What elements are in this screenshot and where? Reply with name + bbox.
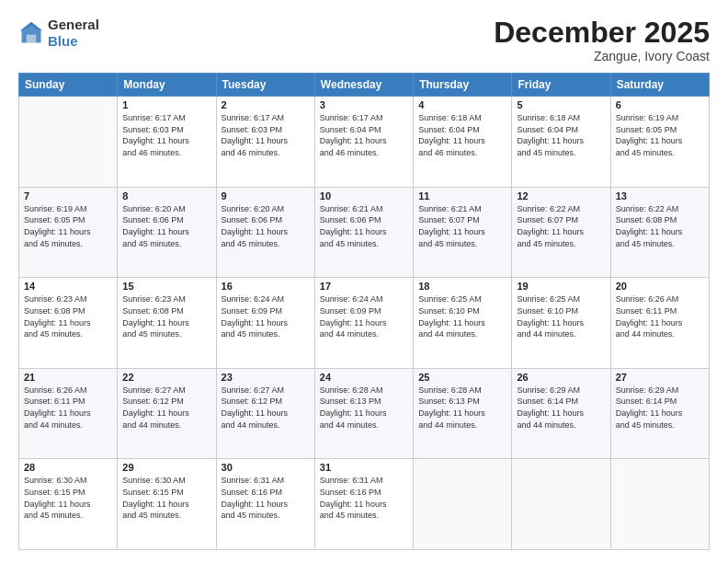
calendar-cell: 16Sunrise: 6:24 AM Sunset: 6:09 PM Dayli… xyxy=(216,278,314,369)
day-info: Sunrise: 6:26 AM Sunset: 6:11 PM Dayligh… xyxy=(616,293,704,339)
day-number: 18 xyxy=(418,281,506,292)
calendar-cell: 1Sunrise: 6:17 AM Sunset: 6:03 PM Daylig… xyxy=(118,97,216,188)
day-number: 26 xyxy=(517,372,605,383)
calendar-cell: 22Sunrise: 6:27 AM Sunset: 6:12 PM Dayli… xyxy=(118,368,216,459)
week-row-3: 14Sunrise: 6:23 AM Sunset: 6:08 PM Dayli… xyxy=(19,278,710,369)
col-header-wednesday: Wednesday xyxy=(314,74,413,97)
day-number: 2 xyxy=(222,99,310,110)
day-info: Sunrise: 6:21 AM Sunset: 6:07 PM Dayligh… xyxy=(418,203,506,249)
col-header-sunday: Sunday xyxy=(19,74,118,97)
day-info: Sunrise: 6:17 AM Sunset: 6:03 PM Dayligh… xyxy=(122,112,210,158)
day-number: 17 xyxy=(320,281,408,292)
page: General Blue December 2025 Zangue, Ivory… xyxy=(0,0,728,563)
day-number: 6 xyxy=(616,99,704,110)
day-number: 19 xyxy=(517,281,605,292)
calendar-cell: 21Sunrise: 6:26 AM Sunset: 6:11 PM Dayli… xyxy=(19,368,118,459)
calendar-cell: 6Sunrise: 6:19 AM Sunset: 6:05 PM Daylig… xyxy=(610,97,709,188)
day-info: Sunrise: 6:20 AM Sunset: 6:06 PM Dayligh… xyxy=(122,203,210,249)
day-number: 4 xyxy=(418,99,506,110)
svg-rect-2 xyxy=(27,35,37,43)
day-info: Sunrise: 6:17 AM Sunset: 6:04 PM Dayligh… xyxy=(320,112,408,158)
day-info: Sunrise: 6:25 AM Sunset: 6:10 PM Dayligh… xyxy=(418,293,506,339)
calendar-table: SundayMondayTuesdayWednesdayThursdayFrid… xyxy=(18,73,710,550)
calendar-cell: 19Sunrise: 6:25 AM Sunset: 6:10 PM Dayli… xyxy=(512,278,610,369)
day-info: Sunrise: 6:22 AM Sunset: 6:08 PM Dayligh… xyxy=(616,203,704,249)
week-row-2: 7Sunrise: 6:19 AM Sunset: 6:05 PM Daylig… xyxy=(19,187,710,278)
day-info: Sunrise: 6:31 AM Sunset: 6:16 PM Dayligh… xyxy=(320,475,408,521)
logo-icon xyxy=(18,20,44,46)
day-info: Sunrise: 6:30 AM Sunset: 6:15 PM Dayligh… xyxy=(24,475,112,521)
day-info: Sunrise: 6:29 AM Sunset: 6:14 PM Dayligh… xyxy=(616,385,704,431)
calendar-cell: 5Sunrise: 6:18 AM Sunset: 6:04 PM Daylig… xyxy=(512,97,610,188)
day-info: Sunrise: 6:21 AM Sunset: 6:06 PM Dayligh… xyxy=(320,203,408,249)
day-number: 15 xyxy=(122,281,210,292)
calendar-cell: 30Sunrise: 6:31 AM Sunset: 6:16 PM Dayli… xyxy=(216,459,314,550)
day-info: Sunrise: 6:25 AM Sunset: 6:10 PM Dayligh… xyxy=(517,293,605,339)
calendar-cell: 31Sunrise: 6:31 AM Sunset: 6:16 PM Dayli… xyxy=(314,459,413,550)
day-info: Sunrise: 6:24 AM Sunset: 6:09 PM Dayligh… xyxy=(222,293,310,339)
logo-text: General Blue xyxy=(48,17,99,50)
day-number: 5 xyxy=(517,99,605,110)
day-number: 29 xyxy=(122,462,210,473)
col-header-monday: Monday xyxy=(118,74,216,97)
calendar-cell: 4Sunrise: 6:18 AM Sunset: 6:04 PM Daylig… xyxy=(414,97,512,188)
day-info: Sunrise: 6:24 AM Sunset: 6:09 PM Dayligh… xyxy=(320,293,408,339)
day-info: Sunrise: 6:29 AM Sunset: 6:14 PM Dayligh… xyxy=(517,385,605,431)
day-number: 11 xyxy=(418,190,506,201)
day-info: Sunrise: 6:26 AM Sunset: 6:11 PM Dayligh… xyxy=(24,385,112,431)
location: Zangue, Ivory Coast xyxy=(494,49,710,63)
day-number: 13 xyxy=(616,190,704,201)
day-info: Sunrise: 6:17 AM Sunset: 6:03 PM Dayligh… xyxy=(222,112,310,158)
calendar-cell: 20Sunrise: 6:26 AM Sunset: 6:11 PM Dayli… xyxy=(610,278,709,369)
col-header-saturday: Saturday xyxy=(610,74,709,97)
day-info: Sunrise: 6:20 AM Sunset: 6:06 PM Dayligh… xyxy=(222,203,310,249)
day-info: Sunrise: 6:27 AM Sunset: 6:12 PM Dayligh… xyxy=(122,385,210,431)
day-number: 21 xyxy=(24,372,112,383)
title-block: December 2025 Zangue, Ivory Coast xyxy=(494,17,710,63)
day-number: 28 xyxy=(24,462,112,473)
day-number: 22 xyxy=(122,372,210,383)
day-info: Sunrise: 6:28 AM Sunset: 6:13 PM Dayligh… xyxy=(418,385,506,431)
calendar-cell: 18Sunrise: 6:25 AM Sunset: 6:10 PM Dayli… xyxy=(414,278,512,369)
day-number: 8 xyxy=(122,190,210,201)
day-number: 14 xyxy=(24,281,112,292)
calendar-cell xyxy=(610,459,709,550)
calendar-cell: 24Sunrise: 6:28 AM Sunset: 6:13 PM Dayli… xyxy=(314,368,413,459)
week-row-1: 1Sunrise: 6:17 AM Sunset: 6:03 PM Daylig… xyxy=(19,97,710,188)
calendar-cell: 28Sunrise: 6:30 AM Sunset: 6:15 PM Dayli… xyxy=(19,459,118,550)
calendar-cell: 9Sunrise: 6:20 AM Sunset: 6:06 PM Daylig… xyxy=(216,187,314,278)
day-info: Sunrise: 6:18 AM Sunset: 6:04 PM Dayligh… xyxy=(517,112,605,158)
col-header-thursday: Thursday xyxy=(414,74,512,97)
calendar-cell: 26Sunrise: 6:29 AM Sunset: 6:14 PM Dayli… xyxy=(512,368,610,459)
header: General Blue December 2025 Zangue, Ivory… xyxy=(18,17,710,63)
logo-general: General xyxy=(48,17,99,33)
calendar-cell: 29Sunrise: 6:30 AM Sunset: 6:15 PM Dayli… xyxy=(118,459,216,550)
day-info: Sunrise: 6:31 AM Sunset: 6:16 PM Dayligh… xyxy=(222,475,310,521)
calendar-cell: 17Sunrise: 6:24 AM Sunset: 6:09 PM Dayli… xyxy=(314,278,413,369)
day-number: 3 xyxy=(320,99,408,110)
calendar-cell: 8Sunrise: 6:20 AM Sunset: 6:06 PM Daylig… xyxy=(118,187,216,278)
day-info: Sunrise: 6:22 AM Sunset: 6:07 PM Dayligh… xyxy=(517,203,605,249)
calendar-cell: 23Sunrise: 6:27 AM Sunset: 6:12 PM Dayli… xyxy=(216,368,314,459)
calendar-cell: 10Sunrise: 6:21 AM Sunset: 6:06 PM Dayli… xyxy=(314,187,413,278)
calendar-cell: 14Sunrise: 6:23 AM Sunset: 6:08 PM Dayli… xyxy=(19,278,118,369)
day-info: Sunrise: 6:28 AM Sunset: 6:13 PM Dayligh… xyxy=(320,385,408,431)
calendar-cell: 27Sunrise: 6:29 AM Sunset: 6:14 PM Dayli… xyxy=(610,368,709,459)
day-number: 7 xyxy=(24,190,112,201)
day-info: Sunrise: 6:30 AM Sunset: 6:15 PM Dayligh… xyxy=(122,475,210,521)
calendar-cell: 25Sunrise: 6:28 AM Sunset: 6:13 PM Dayli… xyxy=(414,368,512,459)
calendar-cell xyxy=(19,97,118,188)
calendar-cell xyxy=(512,459,610,550)
calendar-cell: 12Sunrise: 6:22 AM Sunset: 6:07 PM Dayli… xyxy=(512,187,610,278)
day-info: Sunrise: 6:23 AM Sunset: 6:08 PM Dayligh… xyxy=(122,293,210,339)
logo: General Blue xyxy=(18,17,99,50)
calendar-cell: 11Sunrise: 6:21 AM Sunset: 6:07 PM Dayli… xyxy=(414,187,512,278)
calendar-cell: 2Sunrise: 6:17 AM Sunset: 6:03 PM Daylig… xyxy=(216,97,314,188)
calendar-cell: 3Sunrise: 6:17 AM Sunset: 6:04 PM Daylig… xyxy=(314,97,413,188)
day-number: 30 xyxy=(222,462,310,473)
day-number: 1 xyxy=(122,99,210,110)
day-number: 24 xyxy=(320,372,408,383)
day-info: Sunrise: 6:19 AM Sunset: 6:05 PM Dayligh… xyxy=(616,112,704,158)
day-number: 31 xyxy=(320,462,408,473)
week-row-4: 21Sunrise: 6:26 AM Sunset: 6:11 PM Dayli… xyxy=(19,368,710,459)
